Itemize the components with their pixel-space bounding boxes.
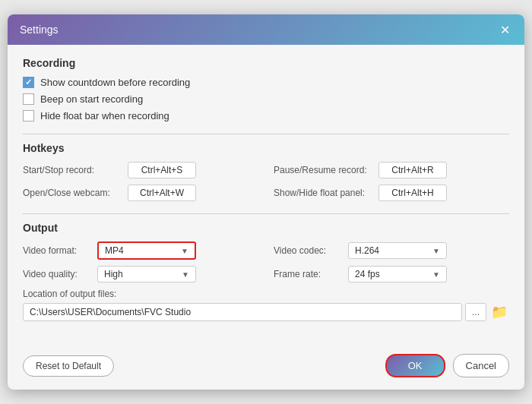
video-codec-select[interactable]: H.264 ▼ (348, 242, 447, 259)
video-format-value: MP4 (105, 245, 124, 256)
hotkey-row-float: Show/Hide float panel: Ctrl+Alt+H (274, 185, 509, 201)
reset-button[interactable]: Reset to Default (23, 355, 114, 377)
hotkey-float-input[interactable]: Ctrl+Alt+H (378, 185, 447, 201)
output-row-codec: Video codec: H.264 ▼ (274, 241, 509, 260)
hotkey-webcam-label: Open/Close webcam: (23, 188, 122, 198)
cancel-button[interactable]: Cancel (453, 354, 509, 377)
checkbox-float-bar[interactable] (23, 110, 34, 122)
output-title: Output (23, 222, 509, 234)
location-input-row: C:\Users\USER\Documents\FVC Studio ... 📁 (23, 302, 509, 322)
checkbox-row-3: Hide float bar when recording (23, 110, 509, 122)
checkbox-float-bar-label: Hide float bar when recording (40, 110, 169, 122)
output-row-framerate: Frame rate: 24 fps ▼ (274, 266, 509, 282)
output-row-quality: Video quality: High ▼ (23, 266, 258, 282)
video-format-select[interactable]: MP4 ▼ (97, 241, 196, 260)
footer: Reset to Default OK Cancel (8, 346, 524, 390)
hotkey-row-pause: Pause/Resume record: Ctrl+Alt+R (274, 162, 509, 178)
video-quality-value: High (104, 269, 123, 279)
checkbox-countdown[interactable] (23, 77, 34, 88)
hotkeys-section: Hotkeys Start/Stop record: Ctrl+Alt+S Pa… (23, 142, 509, 201)
settings-content: Recording Show countdown before recordin… (8, 45, 524, 346)
frame-rate-select[interactable]: 24 fps ▼ (348, 266, 447, 282)
close-button[interactable]: ✕ (497, 22, 512, 37)
recording-title: Recording (23, 57, 509, 69)
checkbox-beep-label: Beep on start recording (40, 93, 143, 105)
hotkey-pause-input[interactable]: Ctrl+Alt+R (378, 162, 447, 178)
ok-button[interactable]: OK (385, 354, 445, 377)
frame-rate-arrow: ▼ (432, 270, 440, 279)
output-grid: Video format: MP4 ▼ Video codec: H.264 ▼ (23, 241, 509, 282)
video-codec-value: H.264 (355, 245, 379, 256)
hotkey-start-label: Start/Stop record: (23, 165, 122, 175)
dialog-title: Settings (20, 24, 59, 36)
location-row: Location of output files: C:\Users\USER\… (23, 289, 509, 322)
video-quality-arrow: ▼ (182, 270, 189, 279)
hotkey-row-webcam: Open/Close webcam: Ctrl+Alt+W (23, 185, 258, 201)
video-codec-label: Video codec: (274, 245, 342, 256)
hotkey-row-start: Start/Stop record: Ctrl+Alt+S (23, 162, 258, 178)
hotkey-start-input[interactable]: Ctrl+Alt+S (128, 162, 196, 178)
checkbox-row-1: Show countdown before recording (23, 77, 509, 88)
video-format-label: Video format: (23, 245, 91, 256)
footer-right: OK Cancel (385, 354, 509, 377)
video-codec-arrow: ▼ (432, 247, 440, 255)
hotkeys-title: Hotkeys (23, 142, 509, 154)
checkbox-countdown-label: Show countdown before recording (40, 77, 190, 88)
frame-rate-value: 24 fps (355, 269, 380, 279)
divider-1 (23, 134, 509, 134)
browse-dots-button[interactable]: ... (465, 303, 486, 321)
folder-button[interactable]: 📁 (489, 302, 509, 322)
title-bar: Settings ✕ (8, 14, 524, 45)
divider-2 (23, 213, 509, 214)
checkbox-beep[interactable] (23, 93, 34, 105)
video-quality-label: Video quality: (23, 269, 91, 279)
recording-section: Recording Show countdown before recordin… (23, 57, 509, 122)
output-row-format: Video format: MP4 ▼ (23, 241, 258, 260)
location-label: Location of output files: (23, 289, 509, 299)
output-section: Output Video format: MP4 ▼ Video codec: … (23, 222, 509, 322)
hotkeys-grid: Start/Stop record: Ctrl+Alt+S Pause/Resu… (23, 162, 509, 201)
video-quality-select[interactable]: High ▼ (97, 266, 196, 282)
frame-rate-label: Frame rate: (274, 269, 342, 279)
settings-dialog: Settings ✕ Recording Show countdown befo… (8, 14, 524, 390)
checkbox-row-2: Beep on start recording (23, 93, 509, 105)
hotkey-webcam-input[interactable]: Ctrl+Alt+W (128, 185, 196, 201)
hotkey-pause-label: Pause/Resume record: (274, 165, 372, 175)
location-input[interactable]: C:\Users\USER\Documents\FVC Studio (23, 303, 462, 321)
video-format-arrow: ▼ (181, 247, 188, 255)
hotkey-float-label: Show/Hide float panel: (274, 188, 372, 198)
